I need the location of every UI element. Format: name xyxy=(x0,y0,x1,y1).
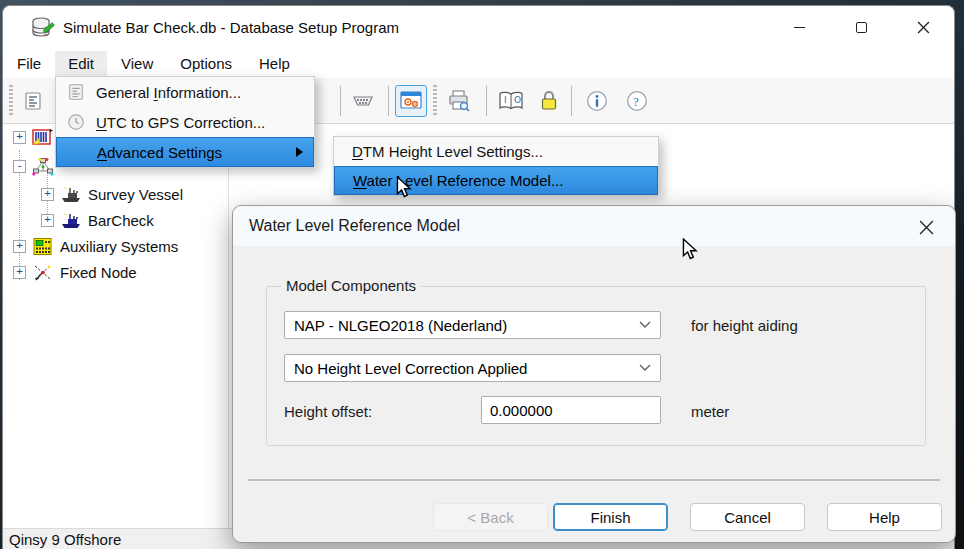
submenu-arrow-icon xyxy=(296,147,303,157)
io-listing-button[interactable]: I O xyxy=(495,85,527,117)
expand-minus-icon[interactable]: - xyxy=(13,160,26,173)
tree-item-fixed-node[interactable]: + Fixed Node xyxy=(13,263,137,282)
back-button[interactable]: < Back xyxy=(433,503,548,531)
form-icon xyxy=(23,91,43,111)
survey-vessel-icon xyxy=(60,185,82,204)
titlebar[interactable]: Simulate Bar Check.db - Database Setup P… xyxy=(3,6,954,49)
menu-item-utc-gps-correction[interactable]: UTC to GPS Correction... xyxy=(56,107,314,137)
expand-plus-icon[interactable]: + xyxy=(13,131,26,144)
tree-item-barcheck[interactable]: + BarCheck xyxy=(41,211,154,230)
menu-options[interactable]: Options xyxy=(167,51,245,76)
menu-item-dtm-height-level-settings[interactable]: DTM Height Level Settings... xyxy=(334,137,658,166)
tree-label: Auxiliary Systems xyxy=(60,238,178,255)
database-app-icon xyxy=(31,16,55,40)
edit-menu-dropdown: General Information... UTC to GPS Correc… xyxy=(55,76,315,168)
close-button[interactable] xyxy=(892,6,954,49)
svg-text:?: ? xyxy=(633,94,639,109)
groupbox-label: Model Components xyxy=(281,277,421,294)
height-aiding-label: for height aiding xyxy=(691,317,798,334)
minimize-button[interactable] xyxy=(768,6,830,49)
menu-item-general-information[interactable]: General Information... xyxy=(56,77,314,107)
menu-edit[interactable]: Edit xyxy=(55,51,107,76)
combobox-value: NAP - NLGEO2018 (Nederland) xyxy=(294,317,507,334)
statusbar-text: Qinsy 9 Offshore xyxy=(9,531,121,548)
connector-button[interactable] xyxy=(347,85,379,117)
dialog-close-button[interactable] xyxy=(909,214,943,240)
expand-plus-icon[interactable]: + xyxy=(13,266,26,279)
close-icon xyxy=(917,21,930,34)
lock-button[interactable] xyxy=(533,85,565,117)
desktop: Simulate Bar Check.db - Database Setup P… xyxy=(0,0,964,549)
water-level-reference-model-dialog: Water Level Reference Model Model Compon… xyxy=(232,205,956,543)
help-button-toolbar[interactable]: ? xyxy=(621,85,653,117)
toolbar-separator xyxy=(486,86,487,116)
clock-icon xyxy=(56,113,96,131)
height-offset-input[interactable]: 0.000000 xyxy=(481,396,661,424)
raw-data-icon xyxy=(32,128,54,147)
lock-icon xyxy=(539,90,559,112)
object-network-icon xyxy=(32,157,54,176)
info-button[interactable] xyxy=(581,85,613,117)
menu-view[interactable]: View xyxy=(108,51,166,76)
toolbar-grip[interactable] xyxy=(9,85,13,117)
menubar: File Edit View Options Help xyxy=(3,49,954,78)
form-button[interactable] xyxy=(17,85,49,117)
connector-icon xyxy=(351,91,375,111)
tree-item-raw-data[interactable]: + xyxy=(13,128,60,147)
expand-plus-icon[interactable]: + xyxy=(41,214,54,227)
combobox-value: No Height Level Correction Applied xyxy=(294,360,527,377)
finish-button[interactable]: Finish xyxy=(553,503,668,531)
tree-panel: + - xyxy=(3,124,229,528)
auxiliary-systems-icon xyxy=(32,237,54,256)
toolbar-separator xyxy=(388,86,389,116)
computation-setup-button[interactable] xyxy=(395,85,427,117)
svg-text:O: O xyxy=(514,95,521,105)
close-icon xyxy=(919,220,934,235)
menu-item-advanced-settings[interactable]: Advanced Settings xyxy=(56,137,314,167)
dialog-title: Water Level Reference Model xyxy=(249,217,460,235)
barcheck-vessel-icon xyxy=(60,211,82,230)
window-title: Simulate Bar Check.db - Database Setup P… xyxy=(63,19,399,36)
tree-item-objects[interactable]: - xyxy=(13,157,60,176)
toolbar-grip[interactable] xyxy=(433,85,437,117)
menu-item-water-level-reference-model[interactable]: Water Level Reference Model... xyxy=(334,166,658,195)
chevron-down-icon xyxy=(639,321,651,329)
maximize-button[interactable] xyxy=(830,6,892,49)
height-offset-label: Height offset: xyxy=(284,403,372,420)
minimize-icon xyxy=(794,27,805,28)
dialog-titlebar[interactable]: Water Level Reference Model xyxy=(233,206,955,246)
height-model-combobox[interactable]: NAP - NLGEO2018 (Nederland) xyxy=(284,311,661,339)
print-preview-icon xyxy=(447,90,471,112)
fixed-node-icon xyxy=(32,263,54,282)
computation-setup-icon xyxy=(400,91,422,111)
tree-label: BarCheck xyxy=(88,212,154,229)
info-icon xyxy=(586,90,608,112)
expand-plus-icon[interactable]: + xyxy=(13,240,26,253)
print-preview-button[interactable] xyxy=(443,85,475,117)
mouse-cursor xyxy=(682,238,698,262)
window-controls xyxy=(768,6,954,49)
tree-item-auxiliary-systems[interactable]: + Auxiliary Systems xyxy=(13,237,178,256)
toolbar-separator xyxy=(340,86,341,116)
tree-label: Fixed Node xyxy=(60,264,137,281)
tree-item-survey-vessel[interactable]: + Survey Vessel xyxy=(41,185,183,204)
dialog-separator xyxy=(248,479,940,481)
correction-combobox[interactable]: No Height Level Correction Applied xyxy=(284,354,661,382)
tree-label: Survey Vessel xyxy=(88,186,183,203)
menu-help[interactable]: Help xyxy=(246,51,303,76)
svg-text:I: I xyxy=(504,95,507,105)
expand-plus-icon[interactable]: + xyxy=(41,188,54,201)
menu-file[interactable]: File xyxy=(4,51,54,76)
question-icon: ? xyxy=(626,90,648,112)
maximize-icon xyxy=(856,22,867,33)
toolbar-separator xyxy=(571,86,572,116)
mouse-cursor xyxy=(396,176,412,200)
meter-label: meter xyxy=(691,403,729,420)
io-listing-icon: I O xyxy=(498,91,524,111)
form-icon xyxy=(56,83,96,101)
height-offset-value: 0.000000 xyxy=(490,402,553,419)
help-button[interactable]: Help xyxy=(827,503,942,531)
cancel-button[interactable]: Cancel xyxy=(690,503,805,531)
chevron-down-icon xyxy=(639,364,651,372)
advanced-settings-submenu: DTM Height Level Settings... Water Level… xyxy=(333,136,659,196)
